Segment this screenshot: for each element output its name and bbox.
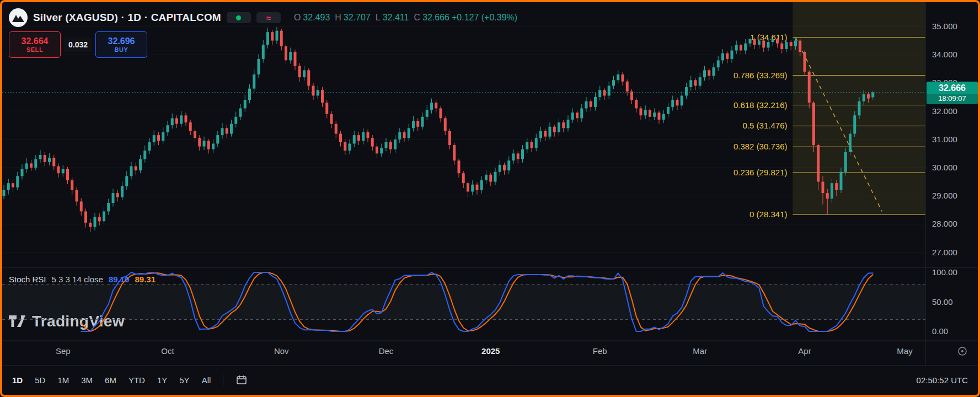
fib-level-label: 0.236 (29.821) bbox=[733, 168, 788, 177]
svg-text:Nov: Nov bbox=[274, 346, 289, 356]
ohlc-readout: O 32.493 H 32.707 L 32.411 C 32.666 +0.1… bbox=[294, 13, 517, 23]
svg-text:35.000: 35.000 bbox=[932, 22, 957, 31]
range-1y-button[interactable]: 1Y bbox=[157, 375, 167, 385]
price-axis-labels[interactable]: 35.00034.00033.00032.00031.00030.00029.0… bbox=[932, 22, 957, 257]
svg-text:100.00: 100.00 bbox=[932, 267, 957, 277]
last-price-value: 32.666 bbox=[927, 82, 978, 94]
close-value: 32.666 bbox=[422, 13, 449, 23]
chart-legend: Silver (XAGUSD) · 1D · CAPITALCOM ≈ O 32… bbox=[9, 7, 517, 28]
buy-price: 32.696 bbox=[108, 36, 135, 46]
rsi-axis-labels[interactable]: 100.0050.000.00 bbox=[932, 267, 957, 336]
time-axis-labels[interactable]: SepOctNovDec2025FebMarAprMay bbox=[56, 346, 913, 356]
svg-text:Feb: Feb bbox=[593, 346, 607, 356]
high-value: 32.707 bbox=[344, 13, 371, 23]
open-key: O bbox=[294, 13, 301, 23]
go-to-date-button[interactable] bbox=[235, 374, 248, 386]
capitalcom-logo bbox=[9, 8, 28, 27]
spread-value: 0.032 bbox=[64, 37, 92, 52]
utc-clock[interactable]: 02:50:52 UTC bbox=[917, 375, 968, 385]
target-icon bbox=[957, 346, 967, 356]
range-3m-button[interactable]: 3M bbox=[81, 375, 93, 385]
svg-text:30.000: 30.000 bbox=[932, 163, 957, 172]
svg-text:Oct: Oct bbox=[161, 346, 174, 356]
svg-text:29.000: 29.000 bbox=[932, 191, 957, 200]
svg-text:50.00: 50.00 bbox=[932, 297, 953, 307]
market-status-chip[interactable] bbox=[227, 12, 251, 23]
range-6m-button[interactable]: 6M bbox=[105, 375, 116, 385]
last-price-tag: 32.666 18:09:07 bbox=[927, 82, 978, 104]
stoch-rsi-params: 5 3 3 14 close bbox=[52, 275, 103, 284]
svg-text:0.00: 0.00 bbox=[932, 326, 948, 336]
symbol-title[interactable]: Silver (XAGUSD) · 1D · CAPITALCOM bbox=[33, 12, 221, 24]
sell-button[interactable]: 32.664 SELL bbox=[9, 31, 61, 58]
fib-level-label: 0.382 (30.736) bbox=[733, 142, 788, 151]
svg-text:32.000: 32.000 bbox=[932, 106, 957, 116]
sell-label: SELL bbox=[26, 46, 44, 53]
svg-text:28.000: 28.000 bbox=[932, 219, 957, 228]
high-key: H bbox=[335, 13, 341, 23]
stoch-rsi-title: Stoch RSI bbox=[9, 275, 46, 284]
fib-level-label: 0.618 (32.216) bbox=[733, 100, 788, 110]
tradingview-chart-window: 1 (34.611)0.786 (33.269)0.618 (32.216)0.… bbox=[0, 0, 980, 397]
fib-level-label: 0 (28.341) bbox=[749, 210, 787, 219]
chart-canvas[interactable]: 1 (34.611)0.786 (33.269)0.618 (32.216)0.… bbox=[0, 0, 980, 397]
range-1m-button[interactable]: 1M bbox=[57, 375, 69, 385]
mountain-icon bbox=[12, 14, 24, 22]
close-key: C bbox=[414, 13, 420, 23]
stoch-band bbox=[2, 284, 925, 319]
fib-level-label: 0.5 (31.476) bbox=[743, 121, 788, 130]
svg-text:2025: 2025 bbox=[481, 346, 500, 356]
buy-button[interactable]: 32.696 BUY bbox=[95, 31, 147, 58]
buy-label: BUY bbox=[115, 46, 128, 53]
market-open-dot-icon bbox=[236, 15, 241, 20]
svg-text:May: May bbox=[897, 346, 913, 356]
stoch-rsi-legend[interactable]: Stoch RSI 5 3 3 14 close 89.19 89.31 bbox=[9, 275, 156, 284]
stoch-rsi-d-value: 89.31 bbox=[135, 275, 156, 284]
svg-text:34.000: 34.000 bbox=[932, 50, 957, 59]
indicator-badge[interactable]: ≈ bbox=[256, 12, 281, 23]
change-value: +0.127 (+0.39%) bbox=[452, 13, 517, 23]
fib-level-label: 0.786 (33.269) bbox=[733, 71, 788, 80]
stoch-rsi-k-value: 89.19 bbox=[109, 275, 130, 284]
svg-text:Dec: Dec bbox=[379, 346, 394, 356]
svg-text:Apr: Apr bbox=[798, 346, 811, 356]
low-value: 32.411 bbox=[383, 13, 409, 23]
svg-text:27.000: 27.000 bbox=[932, 248, 957, 257]
range-all-button[interactable]: All bbox=[202, 375, 211, 385]
range-5y-button[interactable]: 5Y bbox=[179, 375, 189, 385]
go-to-date-icon bbox=[235, 374, 248, 386]
svg-text:Sep: Sep bbox=[56, 346, 71, 356]
sell-price: 32.664 bbox=[22, 36, 49, 46]
range-ytd-button[interactable]: YTD bbox=[128, 375, 145, 385]
low-key: L bbox=[376, 13, 381, 23]
open-value: 32.493 bbox=[303, 13, 330, 23]
time-axis-settings-button[interactable] bbox=[957, 346, 967, 358]
range-1d-button[interactable]: 1D bbox=[12, 375, 23, 385]
toolbar-divider bbox=[223, 374, 223, 386]
order-panel: 32.664 SELL 0.032 32.696 BUY bbox=[9, 31, 147, 58]
svg-text:31.000: 31.000 bbox=[932, 135, 957, 144]
range-5d-button[interactable]: 5D bbox=[35, 375, 45, 385]
bottom-toolbar: 1D 5D 1M 3M 6M YTD 1Y 5Y All 02:50:52 UT… bbox=[2, 366, 978, 394]
bar-countdown: 18:09:07 bbox=[927, 94, 978, 104]
svg-text:Mar: Mar bbox=[693, 346, 707, 356]
